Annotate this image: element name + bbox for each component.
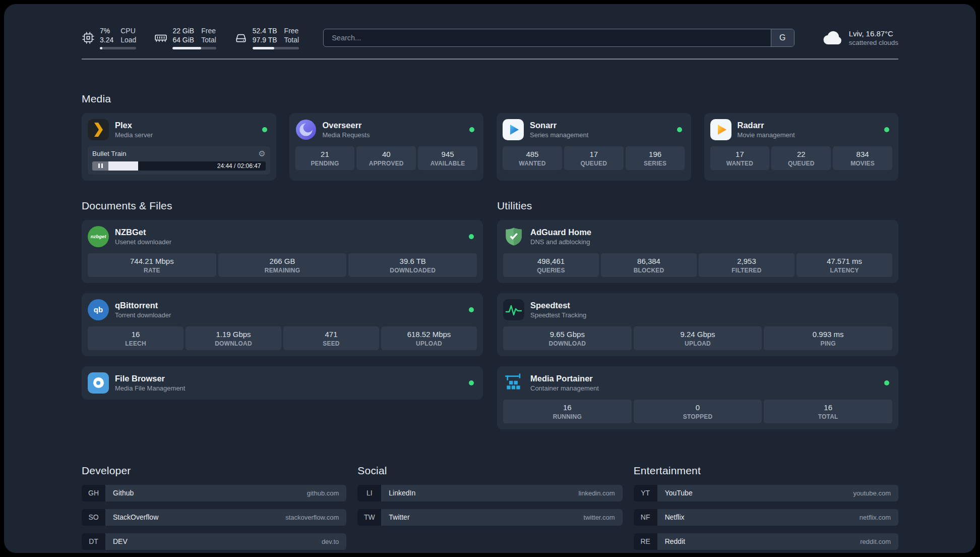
stat-value: 196: [628, 150, 683, 158]
stat-label: QUEUED: [566, 160, 622, 167]
memory-progress-bar: [172, 47, 216, 49]
stat-series: 196 SERIES: [626, 146, 685, 170]
stat-label: QUEUED: [773, 160, 829, 167]
bookmark-abbr: NF: [634, 509, 657, 526]
service-card-plex[interactable]: Plex Media server Bullet Train ⚙: [82, 113, 276, 181]
playback-progress-fill: [108, 161, 138, 171]
stat-value: 47.571 ms: [799, 257, 890, 265]
resource-widgets: 7% 3.24 CPU Load: [82, 26, 299, 49]
stat-value: 21: [297, 150, 353, 158]
pause-button[interactable]: [92, 161, 108, 171]
search-input[interactable]: [324, 29, 771, 46]
status-dot: [469, 307, 474, 312]
bookmark-netflix[interactable]: NF Netflix netflix.com: [634, 509, 898, 526]
stat-label: DOWNLOAD: [188, 340, 279, 347]
stat-label: SERIES: [628, 160, 683, 167]
stat-label: TOTAL: [766, 413, 890, 420]
service-card-radarr[interactable]: Radarr Movie management 17 WANTED 22 QUE…: [704, 113, 899, 181]
stat-label: STOPPED: [636, 413, 760, 420]
stat-blocked: 86,384 BLOCKED: [601, 253, 697, 277]
bookmark-domain: twitter.com: [584, 514, 615, 521]
bookmark-domain: reddit.com: [860, 538, 891, 545]
filebrowser-icon: [88, 372, 109, 394]
nzbget-icon: nzbget: [88, 226, 109, 247]
stat-value: 9.65 Gbps: [505, 330, 630, 339]
bookmark-name: Netflix: [665, 513, 685, 521]
bookmark-dev[interactable]: DT DEV dev.to: [82, 533, 346, 550]
section-media: Media Plex Media server: [82, 93, 898, 181]
speedtest-icon: [503, 299, 524, 320]
section-utilities: Utilities: [497, 200, 898, 429]
stat-label: DOWNLOADED: [350, 267, 475, 274]
stat-upload: 618.52 Mbps UPLOAD: [381, 326, 477, 350]
bookmark-reddit[interactable]: RE Reddit reddit.com: [634, 533, 898, 550]
stat-filtered: 2,953 FILTERED: [699, 253, 794, 277]
stat-value: 471: [285, 330, 377, 339]
stat-label: RATE: [90, 267, 214, 274]
settings-gear-icon[interactable]: ⚙: [258, 150, 265, 158]
weather-widget: Lviv, 16.87°C scattered clouds: [823, 29, 898, 46]
stat-label: QUERIES: [505, 267, 597, 274]
cpu-widget: 7% 3.24 CPU Load: [82, 26, 136, 49]
service-name: Media Portainer: [530, 374, 599, 383]
stat-seed: 471 SEED: [283, 326, 379, 350]
playback-time: 24:44 / 02:06:47: [217, 162, 261, 170]
service-description: Container management: [530, 384, 599, 392]
stat-value: 498,461: [505, 257, 597, 265]
bookmark-domain: github.com: [307, 489, 339, 497]
stat-label: BLOCKED: [603, 267, 695, 274]
stat-label: WANTED: [712, 160, 768, 167]
service-card-qbittorrent[interactable]: qb qBittorrent Torrent downloader 16: [82, 293, 483, 356]
section-title-utilities: Utilities: [497, 200, 898, 212]
stat-label: UPLOAD: [636, 340, 760, 347]
service-card-sonarr[interactable]: Sonarr Series management 485 WANTED 17 Q…: [497, 113, 691, 181]
stat-pending: 21 PENDING: [295, 146, 355, 170]
service-card-speedtest[interactable]: Speedtest Speedtest Tracking 9.65 Gbps D…: [497, 293, 898, 356]
bookmark-abbr: LI: [357, 485, 381, 502]
adguard-shield-icon: [503, 226, 524, 247]
service-card-nzbget[interactable]: nzbget NZBGet Usenet downloader 744.21 M…: [82, 220, 483, 283]
stat-wanted: 485 WANTED: [503, 146, 562, 170]
bookmark-group-social: Social LI LinkedIn linkedin.com TW Twitt…: [357, 465, 622, 553]
bookmark-twitter[interactable]: TW Twitter twitter.com: [357, 509, 622, 526]
cpu-progress-fill: [100, 47, 102, 49]
stat-label: RUNNING: [505, 413, 630, 420]
stat-value: 9.24 Gbps: [636, 330, 760, 339]
now-playing-title: Bullet Train: [92, 150, 127, 157]
weather-location: Lviv, 16.87°C: [849, 29, 898, 38]
cpu-load: 3.24: [100, 35, 113, 44]
service-card-adguard[interactable]: AdGuard Home DNS and adblocking 498,461 …: [497, 220, 898, 283]
stat-leech: 16 LEECH: [88, 326, 183, 350]
bookmark-stackoverflow[interactable]: SO StackOverflow stackoverflow.com: [82, 509, 346, 526]
nzbget-icon-text: nzbget: [91, 234, 106, 239]
bookmark-linkedin[interactable]: LI LinkedIn linkedin.com: [357, 485, 622, 502]
stat-value: 16: [505, 403, 630, 412]
bookmark-domain: dev.to: [322, 538, 339, 545]
bookmark-youtube[interactable]: YT YouTube youtube.com: [634, 485, 898, 502]
stat-download: 9.65 Gbps DOWNLOAD: [503, 326, 632, 350]
disk-total: 97.9 TB: [253, 35, 277, 44]
top-bar: 7% 3.24 CPU Load: [82, 26, 898, 49]
search-provider-button[interactable]: G: [771, 29, 794, 46]
disk-icon: [234, 31, 248, 44]
stat-value: 39.6 TB: [350, 257, 475, 265]
stat-label: UPLOAD: [383, 340, 475, 347]
playback-progress-bar[interactable]: 24:44 / 02:06:47: [108, 161, 266, 171]
stat-label: PING: [766, 340, 890, 347]
service-card-filebrowser[interactable]: File Browser Media File Management: [82, 366, 483, 400]
overseerr-icon: [295, 119, 317, 140]
service-name: Plex: [115, 121, 153, 130]
memory-progress-fill: [172, 47, 201, 49]
bookmark-github[interactable]: GH Github github.com: [82, 485, 346, 502]
service-card-portainer[interactable]: Media Portainer Container management 16 …: [497, 366, 898, 429]
stat-label: LATENCY: [799, 267, 890, 274]
bookmark-group-developer: Developer GH Github github.com SO StackO…: [82, 465, 346, 553]
service-name: AdGuard Home: [530, 228, 591, 237]
cpu-icon: [82, 31, 95, 44]
stat-value: 22: [773, 150, 829, 158]
status-dot: [884, 380, 889, 385]
section-title-media: Media: [82, 93, 898, 105]
disk-progress-fill: [253, 47, 274, 49]
service-card-overseerr[interactable]: Overseerr Media Requests 21 PENDING 40 A…: [289, 113, 484, 181]
disk-free-label: Free: [284, 26, 299, 35]
